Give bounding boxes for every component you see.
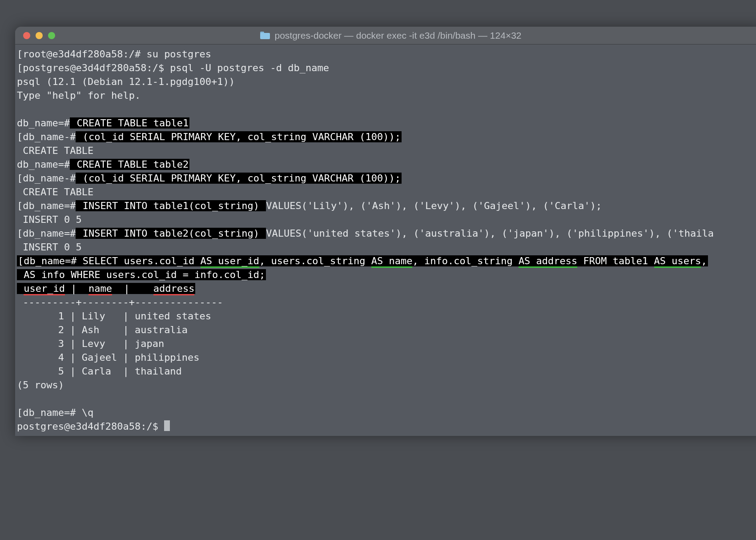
result-header: user_id | name | address bbox=[17, 283, 195, 294]
term-line: [root@e3d4df280a58:/# su postgres bbox=[17, 48, 211, 60]
minimize-icon[interactable] bbox=[36, 32, 43, 39]
term-text: VALUES('Lily'), ('Ash'), ('Levy'), ('Gaj… bbox=[266, 200, 602, 211]
zoom-icon[interactable] bbox=[48, 32, 55, 39]
term-line: INSERT 0 5 bbox=[17, 242, 82, 253]
terminal-window: postgres-docker — docker exec -it e3d /b… bbox=[15, 27, 756, 436]
col-header: address bbox=[153, 283, 195, 295]
quit-command: \q bbox=[82, 407, 94, 418]
result-row: 1 | Lily | united states bbox=[17, 310, 211, 322]
term-line: CREATE TABLE bbox=[17, 145, 93, 156]
col-header: user_id bbox=[24, 283, 65, 295]
terminal-output: [root@e3d4df280a58:/# su postgres [postg… bbox=[17, 47, 756, 433]
alias: AS user_id bbox=[201, 255, 259, 268]
term-line: CREATE TABLE bbox=[17, 186, 93, 197]
title-area: postgres-docker — docker exec -it e3d /b… bbox=[63, 30, 754, 41]
alias: AS users bbox=[654, 255, 701, 268]
prompt: [db_name=# bbox=[17, 407, 82, 418]
highlight: (col_id SERIAL PRIMARY KEY, col_string V… bbox=[76, 173, 401, 184]
traffic-lights bbox=[23, 32, 55, 39]
prompt: db_name=# bbox=[17, 117, 70, 129]
highlight: CREATE TABLE table1 bbox=[70, 117, 189, 129]
highlight: INSERT INTO table1(col_string) bbox=[76, 200, 266, 211]
col-header: name bbox=[88, 283, 112, 295]
result-row: 3 | Levy | japan bbox=[17, 338, 164, 349]
term-line: psql (12.1 (Debian 12.1-1.pgdg100+1)) bbox=[17, 76, 235, 87]
highlight: INSERT INTO table2(col_string) bbox=[76, 228, 266, 239]
term-text: VALUES('united states'), ('australia'), … bbox=[266, 228, 714, 239]
alias: AS address bbox=[519, 255, 577, 268]
prompt: [db_name-# bbox=[17, 131, 76, 142]
result-row: 4 | Gajeel | philippines bbox=[17, 352, 200, 363]
close-icon[interactable] bbox=[23, 32, 30, 39]
term-line: Type "help" for help. bbox=[17, 90, 141, 101]
highlight: CREATE TABLE table2 bbox=[70, 159, 189, 170]
window-title: postgres-docker — docker exec -it e3d /b… bbox=[274, 30, 521, 41]
highlight: (col_id SERIAL PRIMARY KEY, col_string V… bbox=[76, 131, 401, 142]
highlight-select: [db_name=# SELECT users.col_id AS user_i… bbox=[17, 255, 708, 266]
result-separator: ---------+--------+--------------- bbox=[17, 297, 223, 308]
folder-icon bbox=[260, 32, 270, 39]
prompt: [db_name=# bbox=[17, 200, 76, 211]
prompt: [db_name=# bbox=[17, 228, 76, 239]
result-row: 5 | Carla | thailand bbox=[17, 366, 182, 377]
prompt: [db_name=# bbox=[18, 255, 83, 266]
titlebar: postgres-docker — docker exec -it e3d /b… bbox=[15, 27, 756, 44]
prompt: [db_name-# bbox=[17, 173, 76, 184]
result-row: 2 | Ash | australia bbox=[17, 324, 188, 335]
highlight-select: AS info WHERE users.col_id = info.col_id… bbox=[17, 269, 266, 280]
term-line: INSERT 0 5 bbox=[17, 214, 82, 225]
row-count: (5 rows) bbox=[17, 379, 64, 391]
alias: AS name bbox=[371, 255, 413, 268]
prompt: db_name=# bbox=[17, 159, 70, 170]
terminal-viewport[interactable]: [root@e3d4df280a58:/# su postgres [postg… bbox=[15, 44, 756, 436]
shell-prompt: postgres@e3d4df280a58:/$ bbox=[17, 421, 164, 432]
cursor-icon bbox=[164, 420, 170, 431]
term-line: [postgres@e3d4df280a58:/$ psql -U postgr… bbox=[17, 62, 329, 73]
